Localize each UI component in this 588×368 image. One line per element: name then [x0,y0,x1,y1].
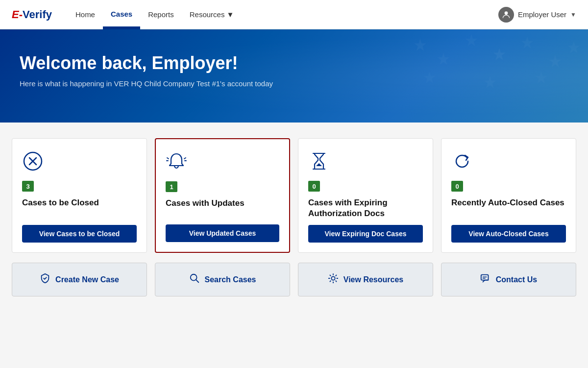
svg-line-29 [330,275,330,276]
logo[interactable]: E-Verify [12,8,52,21]
svg-point-0 [505,11,508,15]
nav-cases[interactable]: Cases [103,0,140,29]
hero-subtitle: Here is what is happening in VER HQ Chil… [20,79,568,88]
main-header: E-Verify Home Cases Reports Resources ▼ … [0,0,588,29]
contact-us-link[interactable]: Contact Us [441,263,576,296]
main-nav: Home Cases Reports Resources ▼ [68,0,498,29]
nav-resources[interactable]: Resources ▼ [182,0,242,29]
view-updated-cases-button[interactable]: View Updated Cases [166,224,279,242]
card-cases-to-close: 3 Cases to be Closed View Cases to be Cl… [12,138,147,253]
nav-home[interactable]: Home [68,0,103,29]
svg-line-16 [184,158,186,159]
card-title-cases-to-close: Cases to be Closed [22,197,137,208]
hourglass-icon [308,150,423,175]
svg-point-24 [331,277,335,280]
search-icon [189,273,200,286]
lightbulb-icon [328,273,339,286]
view-resources-link[interactable]: View Resources [298,263,433,296]
card-cases-with-updates: 1 Cases with Updates View Updated Cases [155,138,290,253]
card-badge-cases-to-close: 3 [22,181,34,192]
create-new-case-label: Create New Case [55,275,119,284]
user-menu[interactable]: Employer User ▼ [498,7,576,23]
card-badge-expiring-docs: 0 [308,181,320,192]
svg-marker-7 [568,41,580,53]
view-cases-to-close-button[interactable]: View Cases to be Closed [22,225,137,243]
nav-resources-label: Resources [190,10,225,19]
svg-line-30 [336,281,336,281]
view-auto-closed-cases-button[interactable]: View Auto-Closed Cases [451,225,566,243]
contact-us-label: Contact Us [496,275,537,284]
circle-x-icon [22,150,137,175]
card-auto-closed: 0 Recently Auto-Closed Cases View Auto-C… [441,138,576,253]
shield-check-icon [40,273,50,286]
card-title-cases-with-updates: Cases with Updates [166,198,279,209]
hero-stars-decoration [392,29,588,123]
search-cases-label: Search Cases [205,275,256,284]
svg-marker-1 [414,39,426,51]
create-new-case-link[interactable]: Create New Case [12,263,147,296]
svg-line-23 [196,280,198,282]
svg-rect-33 [481,275,489,280]
quick-links: Create New Case Search Cases [12,263,576,296]
card-expiring-docs: 0 Cases with Expiring Authorization Docs… [298,138,433,253]
dashboard-cards: 3 Cases to be Closed View Cases to be Cl… [12,138,576,253]
user-name-label: Employer User [518,10,566,19]
refresh-icon [451,150,566,175]
chat-icon [480,273,491,286]
svg-marker-5 [521,36,534,49]
search-cases-link[interactable]: Search Cases [155,263,290,296]
logo-e: E [12,8,19,21]
card-title-expiring-docs: Cases with Expiring Authorization Docs [308,197,423,219]
main-content: 3 Cases to be Closed View Cases to be Cl… [0,123,588,308]
svg-line-14 [167,158,169,159]
svg-line-31 [336,275,336,276]
chevron-down-icon: ▼ [226,10,234,19]
logo-dash: - [19,8,23,21]
hero-title: Welcome back, Employer! [20,53,568,74]
view-expiring-doc-cases-button[interactable]: View Expiring Doc Cases [308,225,423,243]
card-badge-cases-with-updates: 1 [166,181,177,192]
svg-marker-3 [466,34,478,47]
user-avatar-icon [498,7,514,23]
hero-banner: Welcome back, Employer! Here is what is … [0,29,588,123]
svg-line-32 [330,281,330,281]
view-resources-label: View Resources [343,275,403,284]
bell-icon [166,151,279,175]
nav-reports[interactable]: Reports [140,0,182,29]
card-badge-auto-closed: 0 [451,181,463,192]
card-title-auto-closed: Recently Auto-Closed Cases [451,197,566,208]
logo-verify: Verify [23,8,52,21]
user-menu-chevron-icon: ▼ [570,11,576,18]
